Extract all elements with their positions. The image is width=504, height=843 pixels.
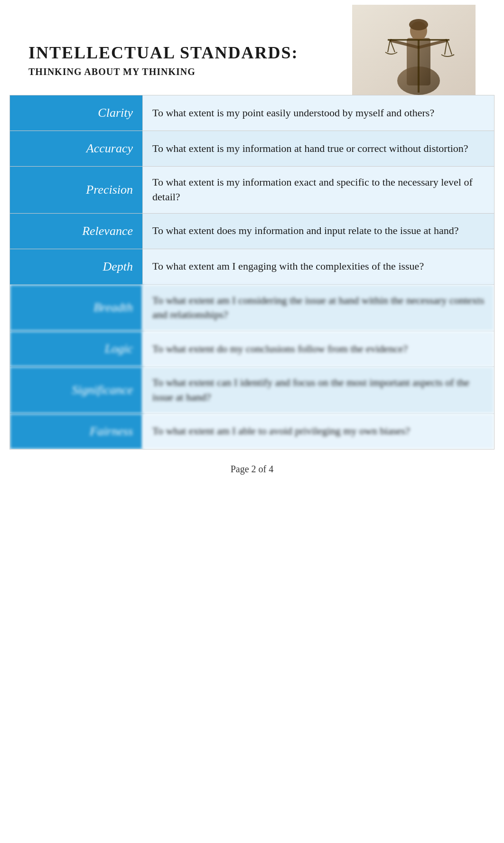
standard-label: Accuracy — [10, 131, 143, 166]
standard-label: Clarity — [10, 95, 143, 131]
standard-description: To what extent is my information at hand… — [143, 131, 494, 166]
table-row: LogicTo what extent do my conclusions fo… — [10, 331, 494, 367]
standard-description: To what extent am I engaging with the co… — [143, 249, 494, 284]
standard-description: To what extent am I able to avoid privil… — [143, 414, 494, 449]
table-row: ClarityTo what extent is my point easily… — [10, 95, 494, 131]
standards-table: ClarityTo what extent is my point easily… — [9, 95, 495, 450]
page-indicator: Page 2 of 4 — [0, 464, 504, 475]
standard-description: To what extent does my information and i… — [143, 214, 494, 249]
table-row: BreadthTo what extent am I considering t… — [10, 285, 494, 332]
standard-label: Precision — [10, 167, 143, 213]
standard-label: Fairness — [10, 414, 143, 449]
svg-point-4 — [409, 19, 428, 30]
table-row: SignificanceTo what extent can I identif… — [10, 367, 494, 414]
table-row: AccuracyTo what extent is my information… — [10, 131, 494, 167]
standard-label: Depth — [10, 249, 143, 284]
table-row: RelevanceTo what extent does my informat… — [10, 214, 494, 249]
table-row: FairnessTo what extent am I able to avoi… — [10, 414, 494, 449]
table-row: DepthTo what extent am I engaging with t… — [10, 249, 494, 285]
standard-description: To what extent is my information exact a… — [143, 167, 494, 213]
standard-description: To what extent do my conclusions follow … — [143, 331, 494, 366]
standard-description: To what extent am I considering the issu… — [143, 285, 494, 331]
standard-label: Significance — [10, 367, 143, 413]
standard-label: Breadth — [10, 285, 143, 331]
header-image — [352, 5, 476, 95]
header-section: INTELLECTUAL STANDARDS: THINKING ABOUT M… — [0, 0, 504, 95]
standard-label: Logic — [10, 331, 143, 366]
standard-description: To what extent is my point easily unders… — [143, 95, 494, 131]
standard-description: To what extent can I identify and focus … — [143, 367, 494, 413]
table-row: PrecisionTo what extent is my informatio… — [10, 167, 494, 214]
standard-label: Relevance — [10, 214, 143, 249]
